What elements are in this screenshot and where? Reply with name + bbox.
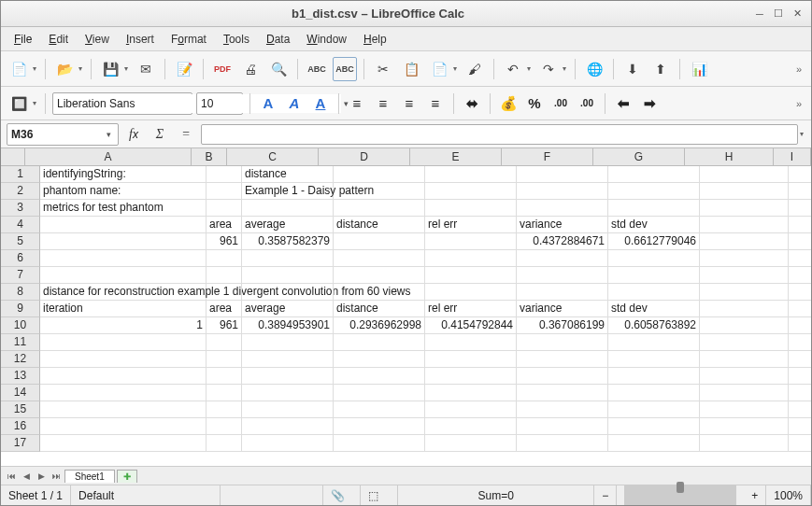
cell-C4[interactable]: average (242, 217, 334, 233)
cell-C6[interactable] (242, 250, 334, 267)
cell-I3[interactable] (789, 200, 811, 217)
dropdown-icon[interactable]: ▾ (527, 64, 531, 73)
cell-G16[interactable] (608, 418, 700, 435)
cell-D9[interactable]: distance (334, 301, 425, 317)
cell-F14[interactable] (517, 385, 608, 401)
sum-icon[interactable]: Σ (149, 123, 171, 146)
edit-icon[interactable]: 📝 (172, 57, 196, 81)
cell-A8[interactable]: distance for reconstruction example 1 di… (40, 284, 207, 301)
cell-B3[interactable] (207, 200, 242, 217)
select-all-corner[interactable] (1, 148, 25, 165)
chart-icon[interactable]: 📊 (687, 57, 711, 81)
cell-F5[interactable]: 0.4372884671 (517, 233, 608, 250)
cell-G9[interactable]: std dev (608, 301, 700, 317)
cell-D8[interactable] (334, 284, 425, 301)
cell-G4[interactable]: std dev (608, 217, 700, 233)
cell-D2[interactable] (334, 183, 425, 200)
cell-F7[interactable] (517, 267, 608, 284)
cell-B8[interactable] (207, 284, 242, 301)
save-icon[interactable]: 💾 (98, 57, 122, 81)
cell-A4[interactable] (40, 217, 207, 233)
styles-icon[interactable]: 🔲 (7, 91, 31, 116)
cell-D14[interactable] (334, 385, 425, 401)
cell-I10[interactable] (789, 317, 811, 334)
cell-F1[interactable] (517, 166, 608, 183)
cell-H2[interactable] (700, 183, 789, 200)
maximize-button[interactable]: ☐ (772, 7, 785, 21)
name-box[interactable]: ▾ (7, 123, 119, 146)
cell-D6[interactable] (334, 250, 425, 267)
cell-E7[interactable] (425, 267, 517, 284)
cell-H12[interactable] (700, 351, 789, 368)
row-header[interactable]: 10 (1, 317, 40, 334)
cell-H15[interactable] (700, 401, 789, 418)
cell-F12[interactable] (517, 351, 608, 368)
cell-I16[interactable] (789, 418, 811, 435)
paint-icon[interactable]: 🖌 (463, 57, 487, 81)
autospell-icon[interactable]: ABC (333, 57, 357, 81)
row-header[interactable]: 8 (1, 284, 40, 301)
cell-H6[interactable] (700, 250, 789, 267)
cell-I6[interactable] (789, 250, 811, 267)
function-icon[interactable]: = (175, 123, 197, 146)
cell-G8[interactable] (608, 284, 700, 301)
cell-F16[interactable] (517, 418, 608, 435)
bold-icon[interactable]: A (257, 92, 279, 115)
dropdown-icon[interactable]: ▾ (33, 99, 36, 107)
cell-B6[interactable] (207, 250, 242, 267)
cell-D7[interactable] (334, 267, 425, 284)
cell-G17[interactable] (608, 435, 700, 452)
spreadsheet-grid[interactable]: A B C D E F G H I 1identifyingString:dis… (1, 148, 811, 466)
cell-H8[interactable] (700, 284, 789, 301)
cell-A3[interactable]: metrics for test phantom (40, 200, 207, 217)
cell-I11[interactable] (789, 334, 811, 351)
function-wizard-icon[interactable]: fx (122, 123, 145, 146)
cell-B11[interactable] (207, 334, 242, 351)
chevron-down-icon[interactable]: ▾ (104, 130, 114, 139)
status-selection-mode[interactable]: ⬚ (361, 485, 398, 505)
cell-H3[interactable] (700, 200, 789, 217)
cell-B1[interactable] (207, 166, 242, 183)
grid-rows[interactable]: 1identifyingString:distance2phantom name… (1, 166, 811, 466)
cell-D17[interactable] (334, 435, 425, 452)
cell-B4[interactable]: area (207, 217, 242, 233)
cell-E8[interactable] (425, 284, 517, 301)
cell-A6[interactable] (40, 250, 207, 267)
cell-B16[interactable] (207, 418, 242, 435)
col-header[interactable]: B (192, 148, 227, 165)
cell-A12[interactable] (40, 351, 207, 368)
row-header[interactable]: 12 (1, 351, 40, 368)
cell-F13[interactable] (517, 368, 608, 385)
currency-icon[interactable]: 💰 (497, 92, 520, 115)
col-header[interactable]: A (25, 148, 192, 165)
row-header[interactable]: 3 (1, 200, 40, 217)
cell-I5[interactable] (789, 233, 811, 250)
row-header[interactable]: 14 (1, 385, 40, 401)
cell-D1[interactable] (334, 166, 425, 183)
sort-asc-icon[interactable]: ⬇ (620, 57, 645, 81)
cell-A10[interactable]: 1 (40, 317, 207, 334)
status-sum[interactable]: Sum=0 (398, 485, 594, 505)
cell-H5[interactable] (700, 233, 789, 250)
row-header[interactable]: 7 (1, 267, 40, 284)
cell-C11[interactable] (242, 334, 334, 351)
cell-B13[interactable] (207, 368, 242, 385)
font-name-input[interactable] (57, 94, 197, 113)
cell-C15[interactable] (242, 401, 334, 418)
dropdown-icon[interactable]: ▾ (453, 64, 457, 73)
remove-decimal-icon[interactable]: .00 (576, 92, 598, 115)
open-icon[interactable]: 📂 (52, 57, 77, 81)
col-header[interactable]: E (410, 148, 502, 165)
tab-last-icon[interactable]: ⏭ (50, 471, 63, 481)
cell-C9[interactable]: average (242, 301, 334, 317)
cell-C2[interactable]: Example 1 - Daisy pattern (242, 183, 334, 200)
spellcheck-icon[interactable]: ABC (305, 57, 329, 81)
col-header[interactable]: I (774, 148, 811, 165)
zoom-in-icon[interactable]: + (744, 485, 766, 505)
row-header[interactable]: 13 (1, 368, 40, 385)
font-name-combo[interactable]: ▾ (52, 92, 192, 115)
pdf-icon[interactable]: PDF (210, 57, 235, 81)
dropdown-icon[interactable]: ▾ (563, 64, 566, 73)
dropdown-icon[interactable]: ▾ (800, 130, 804, 138)
cell-C13[interactable] (242, 368, 334, 385)
